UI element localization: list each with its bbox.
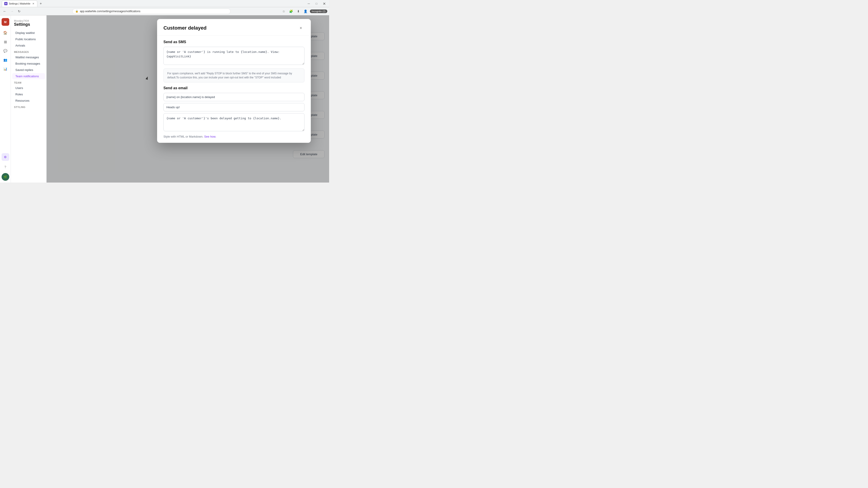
sidebar-item-team-notifications[interactable]: Team notifications: [12, 73, 45, 79]
bookmark-button[interactable]: ☆: [281, 8, 287, 14]
new-tab-button[interactable]: +: [38, 1, 43, 6]
sidebar-icon-waitlist[interactable]: ▦: [2, 38, 9, 46]
sidebar-item-public-locations[interactable]: Public locations: [12, 36, 45, 42]
close-window-button[interactable]: ✕: [321, 0, 327, 7]
lock-icon: 🔒: [75, 10, 79, 13]
download-button[interactable]: ⬇: [296, 8, 301, 14]
url-text: app.waitwhile.com/settings/messages/noti…: [80, 10, 228, 13]
tab-title: Settings | Waitwhile: [9, 2, 30, 5]
sidebar-icon-help[interactable]: ?: [2, 163, 9, 171]
sidebar-item-users[interactable]: Users: [12, 85, 45, 91]
sidebar-item-roles[interactable]: Roles: [12, 91, 45, 97]
see-how-link[interactable]: See how.: [204, 135, 216, 138]
back-button[interactable]: ←: [2, 8, 8, 14]
address-bar[interactable]: 🔒 app.waitwhile.com/settings/messages/no…: [72, 8, 230, 14]
minimize-button[interactable]: ─: [306, 0, 312, 7]
avatar: M: [2, 18, 9, 26]
modal-title: Customer delayed: [163, 25, 207, 31]
sidebar-section-team: Team: [11, 79, 46, 85]
sidebar-item-resources[interactable]: Resources: [12, 98, 45, 104]
modal-close-button[interactable]: ×: [297, 24, 305, 32]
sms-section: Send as SMS {name or 'A customer'} is ru…: [163, 40, 305, 83]
maximize-button[interactable]: □: [313, 0, 320, 7]
sidebar-username: Moodjoy7434: [14, 20, 43, 22]
sidebar-icon-users[interactable]: 👥: [2, 56, 9, 64]
tab-favicon: M: [4, 2, 7, 5]
sidebar-section-messages: Messages: [11, 49, 46, 54]
email-body-textarea[interactable]: {name or 'A customer'}'s been delayed ge…: [163, 113, 305, 131]
reload-button[interactable]: ↻: [16, 8, 22, 14]
forward-button[interactable]: →: [9, 8, 15, 14]
sidebar-item-booking-messages[interactable]: Booking messages: [12, 61, 45, 67]
sms-section-label: Send as SMS: [163, 40, 305, 44]
sidebar-icon-home[interactable]: 🏠: [2, 29, 9, 37]
email-subject-field: {name} on {location.name} is delayed: [163, 93, 305, 101]
sidebar-icon-analytics[interactable]: 📊: [2, 65, 9, 73]
spam-notice: For spam compliance, we'll add "Reply ST…: [163, 68, 305, 83]
email-preheader-field: Heads up!: [163, 103, 305, 111]
profile-button[interactable]: 👤: [303, 8, 309, 14]
sidebar-title: Settings: [14, 22, 43, 27]
sidebar-icon-messages[interactable]: 💬: [2, 47, 9, 55]
sidebar-item-arrivals[interactable]: Arrivals: [12, 42, 45, 48]
style-notice: Style with HTML or Markdown. See how.: [163, 135, 305, 138]
email-section: Send as email {name} on {location.name} …: [163, 86, 305, 132]
extensions-button[interactable]: 🧩: [288, 8, 294, 14]
sidebar-item-saved-replies[interactable]: Saved replies: [12, 67, 45, 73]
modal: Customer delayed × Send as SMS {name or …: [157, 19, 311, 143]
incognito-badge: Incognito (2): [310, 9, 327, 13]
tab-close-button[interactable]: ✕: [32, 2, 35, 5]
sidebar-item-waitlist-messages[interactable]: Waitlist messages: [12, 54, 45, 60]
sidebar-section-styling: Styling: [11, 104, 46, 109]
browser-tab[interactable]: M Settings | Waitwhile ✕: [2, 0, 37, 7]
sidebar-icon-settings[interactable]: ⚙: [2, 153, 9, 161]
sms-textarea[interactable]: {name or 'A customer'} is running late t…: [163, 47, 305, 65]
user-avatar-bottom[interactable]: 🌿: [2, 173, 9, 181]
email-section-label: Send as email: [163, 86, 305, 90]
sidebar-item-display-waitlist[interactable]: Display waitlist: [12, 30, 45, 36]
